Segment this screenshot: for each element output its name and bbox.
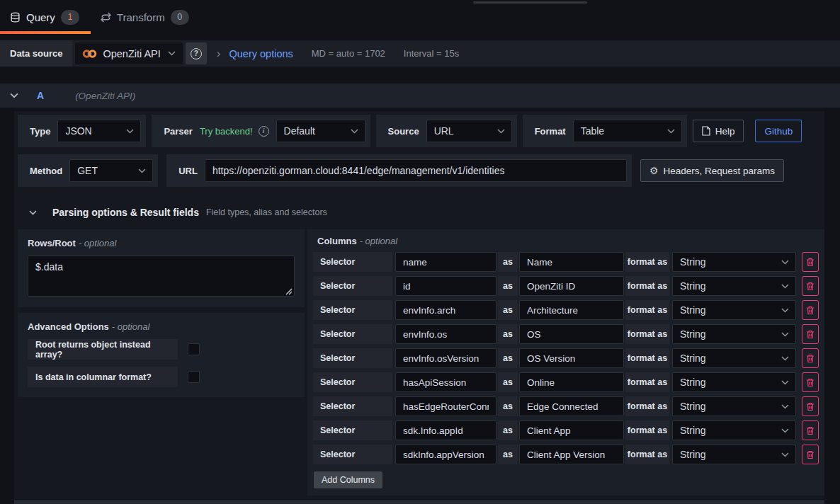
columns-label: Columns	[317, 236, 357, 246]
advanced-option-row: Root returns object instead array?	[28, 339, 295, 360]
resize-handle-icon[interactable]	[285, 288, 293, 295]
column-format-value: String	[680, 256, 706, 268]
help-button-label: Help	[715, 126, 735, 137]
column-as-chip: as	[498, 276, 518, 296]
url-input[interactable]	[205, 159, 627, 182]
chevron-down-icon	[667, 129, 675, 134]
column-alias-input[interactable]	[519, 276, 624, 296]
advanced-option-row: Is data in columnar format?	[28, 367, 295, 387]
delete-column-button[interactable]	[802, 348, 819, 368]
column-selector-input[interactable]	[395, 420, 496, 440]
delete-column-button[interactable]	[802, 372, 819, 392]
collapse-section-chevron-icon[interactable]	[29, 210, 37, 215]
trash-icon	[806, 426, 815, 435]
column-format-select[interactable]: String	[672, 420, 796, 440]
parsing-section-header: Parsing options & Result fields Field ty…	[18, 205, 824, 219]
delete-column-button[interactable]	[802, 445, 819, 464]
help-button[interactable]: Help	[693, 120, 744, 142]
column-format-chip: format as	[625, 300, 669, 320]
delete-column-button[interactable]	[802, 420, 819, 440]
parser-select[interactable]: Default	[276, 120, 365, 142]
panel-drag-handle[interactable]	[473, 1, 587, 4]
column-format-value: String	[680, 353, 706, 364]
url-label: URL	[171, 166, 205, 176]
headers-request-params-button[interactable]: ⚙ Headers, Request params	[640, 159, 784, 182]
query-options-link[interactable]: Query options	[229, 48, 293, 59]
source-label: Source	[381, 126, 426, 137]
tab-transform[interactable]: Transform 0	[91, 0, 200, 34]
source-select[interactable]: URL	[426, 120, 512, 142]
column-selector-input[interactable]	[395, 348, 496, 368]
column-format-select[interactable]: String	[672, 348, 796, 368]
advanced-option-checkbox[interactable]	[188, 343, 200, 355]
column-row: Selector as format as String	[313, 300, 819, 320]
tab-query-label: Query	[26, 11, 55, 23]
delete-column-button[interactable]	[802, 324, 819, 344]
column-alias-input[interactable]	[519, 420, 624, 440]
column-format-select[interactable]: String	[672, 372, 796, 392]
column-row: Selector as format as String	[313, 372, 819, 392]
column-format-select[interactable]: String	[672, 276, 796, 296]
chevron-down-icon	[351, 129, 358, 134]
column-as-chip: as	[498, 324, 518, 344]
chevron-down-icon	[168, 51, 176, 56]
column-selector-input[interactable]	[395, 252, 496, 272]
datasource-picker[interactable]: OpenZiti API	[75, 42, 182, 64]
column-alias-input[interactable]	[519, 396, 624, 416]
trash-icon	[806, 306, 815, 315]
editor-row-2: Method GET URL ⚙ Headers, Request params	[18, 154, 824, 187]
columns-optional: - optional	[360, 236, 397, 246]
column-format-chip: format as	[625, 276, 669, 296]
column-selector-input[interactable]	[395, 324, 496, 344]
collapse-query-chevron-icon[interactable]	[10, 93, 18, 98]
column-alias-input[interactable]	[519, 252, 624, 272]
column-selector-chip: Selector	[313, 276, 392, 296]
column-format-select[interactable]: String	[672, 445, 796, 464]
query-ref-id[interactable]: A	[37, 90, 44, 101]
column-format-value: String	[680, 377, 706, 388]
rows-root-input[interactable]: $.data	[28, 256, 295, 297]
column-alias-input[interactable]	[519, 348, 624, 368]
type-select[interactable]: JSON	[57, 120, 141, 142]
stat-interval: Interval = 15s	[404, 48, 459, 59]
column-selector-input[interactable]	[395, 445, 496, 464]
column-selector-chip: Selector	[313, 252, 392, 272]
column-format-select[interactable]: String	[672, 396, 796, 416]
add-columns-button[interactable]: Add Columns	[314, 471, 382, 488]
column-selector-chip: Selector	[313, 396, 392, 416]
column-selector-input[interactable]	[395, 300, 496, 320]
delete-column-button[interactable]	[802, 252, 819, 272]
column-rows: Selector as format as String Selector as…	[313, 252, 819, 464]
advanced-option-checkbox[interactable]	[188, 371, 200, 383]
tab-query[interactable]: Query 1	[0, 0, 91, 34]
column-as-chip: as	[498, 420, 518, 440]
column-alias-input[interactable]	[519, 372, 624, 392]
chevron-down-icon	[781, 404, 789, 409]
github-button-label: Github	[764, 126, 793, 137]
transform-icon	[101, 12, 111, 23]
try-backend-hint[interactable]: Try backend!	[200, 126, 253, 137]
query-datasource-hint: (OpenZiti API)	[75, 91, 135, 101]
delete-column-button[interactable]	[802, 396, 819, 416]
method-select[interactable]: GET	[69, 159, 153, 182]
github-button[interactable]: Github	[755, 120, 802, 142]
column-format-select[interactable]: String	[672, 252, 796, 272]
column-selector-input[interactable]	[395, 372, 496, 392]
delete-column-button[interactable]	[802, 300, 819, 320]
column-alias-input[interactable]	[519, 324, 624, 344]
column-selector-input[interactable]	[395, 276, 496, 296]
column-format-select[interactable]: String	[672, 324, 796, 344]
rows-root-label: Rows/Root	[28, 238, 76, 248]
format-select[interactable]: Table	[573, 120, 682, 142]
columns-card: Columns- optional Selector as format as …	[307, 229, 824, 496]
datasource-help-button[interactable]: ?	[186, 42, 207, 64]
column-alias-input[interactable]	[519, 445, 624, 464]
delete-column-button[interactable]	[802, 276, 819, 296]
next-panel-edge	[14, 500, 824, 504]
column-format-chip: format as	[625, 372, 669, 392]
column-format-select[interactable]: String	[672, 300, 796, 320]
column-alias-input[interactable]	[519, 300, 624, 320]
chevron-down-icon	[781, 356, 789, 361]
stat-max-datapoints: MD = auto = 1702	[312, 48, 385, 59]
column-selector-input[interactable]	[395, 396, 496, 416]
